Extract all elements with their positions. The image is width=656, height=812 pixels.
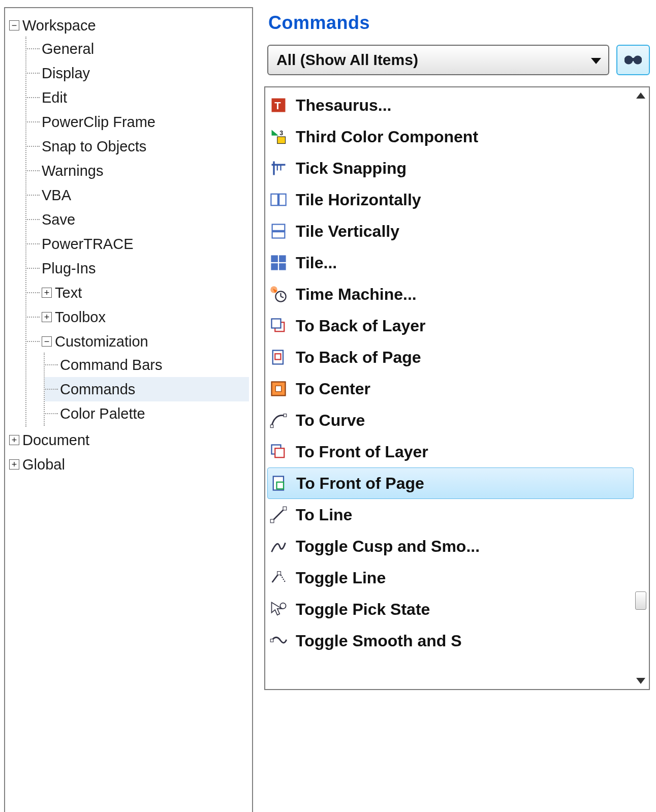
command-label: Tile Horizontally — [296, 191, 421, 209]
svg-text:3: 3 — [279, 130, 283, 137]
tree-node-vba[interactable]: VBA — [26, 183, 249, 207]
tree-node-command-bars[interactable]: Command Bars — [45, 353, 249, 377]
command-label: Toggle Line — [296, 569, 386, 587]
scrollbar[interactable] — [634, 88, 648, 688]
tree-node-commands[interactable]: Commands — [45, 377, 249, 401]
command-label: Toggle Smooth and S — [296, 632, 462, 650]
svg-line-37 — [281, 575, 286, 582]
tick-snap-icon — [269, 159, 288, 177]
tree-node-customization[interactable]: Customization Command Bars Commands Colo… — [26, 329, 249, 427]
svg-rect-31 — [277, 482, 284, 489]
command-item[interactable]: To Back of Page — [265, 341, 649, 373]
tree-node-plugins[interactable]: Plug-Ins — [26, 256, 249, 280]
svg-rect-13 — [279, 255, 286, 262]
command-item[interactable]: Tile Vertically — [265, 215, 649, 247]
category-filter-dropdown[interactable]: All (Show All Items) — [267, 45, 609, 75]
tree-node-toolbox[interactable]: Toolbox — [26, 305, 249, 329]
command-item[interactable]: TThesaurus... — [265, 89, 649, 121]
expand-icon[interactable] — [9, 435, 19, 445]
toggle-cusp-icon — [269, 537, 288, 555]
svg-rect-34 — [283, 507, 287, 510]
tree-node-edit[interactable]: Edit — [26, 85, 249, 110]
collapse-icon[interactable] — [9, 20, 19, 30]
to-back-page-icon — [269, 348, 288, 366]
panel-title: Commands — [268, 12, 650, 34]
svg-rect-10 — [272, 225, 285, 231]
options-tree: Workspace General Display Edit PowerClip… — [4, 7, 253, 812]
tree-label: Workspace — [22, 17, 96, 34]
to-front-layer-icon — [269, 443, 288, 461]
tree-node-document[interactable]: Document — [8, 428, 249, 452]
commands-listbox[interactable]: TThesaurus...3Third Color ComponentTick … — [264, 86, 650, 690]
commands-panel: Commands All (Show All Items) TThesaurus… — [262, 7, 652, 812]
svg-text:T: T — [274, 100, 281, 111]
dropdown-value: All (Show All Items) — [276, 51, 418, 69]
command-label: To Front of Layer — [296, 443, 428, 461]
svg-rect-3 — [277, 137, 286, 144]
tree-node-save[interactable]: Save — [26, 207, 249, 232]
tree-node-workspace[interactable]: Workspace General Display Edit PowerClip… — [8, 13, 249, 428]
command-label: Toggle Cusp and Smo... — [296, 537, 480, 556]
command-item[interactable]: Time Machine... — [265, 278, 649, 310]
time-machine-icon — [269, 285, 288, 303]
command-item[interactable]: To Line — [265, 499, 649, 530]
command-item[interactable]: Tile... — [265, 247, 649, 278]
command-item[interactable]: Toggle Line — [265, 562, 649, 594]
command-label: To Center — [296, 380, 370, 398]
svg-rect-33 — [270, 519, 274, 523]
tree-node-powerclip[interactable]: PowerClip Frame — [26, 110, 249, 134]
tree-node-text[interactable]: Text — [26, 280, 249, 305]
to-back-layer-icon — [269, 317, 288, 335]
command-label: Time Machine... — [296, 285, 417, 304]
command-label: To Curve — [296, 411, 365, 430]
command-label: To Line — [296, 506, 352, 524]
binoculars-icon — [624, 54, 642, 66]
expand-icon[interactable] — [42, 288, 52, 298]
scroll-down-icon[interactable] — [636, 678, 645, 684]
svg-rect-39 — [270, 639, 273, 642]
to-line-icon — [269, 506, 288, 524]
to-curve-icon — [269, 411, 288, 429]
command-item[interactable]: To Curve — [265, 404, 649, 436]
svg-rect-25 — [275, 386, 281, 391]
svg-rect-36 — [277, 572, 281, 575]
svg-point-38 — [280, 603, 286, 609]
command-item[interactable]: 3Third Color Component — [265, 121, 649, 152]
tree-node-warnings[interactable]: Warnings — [26, 159, 249, 183]
scroll-up-icon[interactable] — [636, 92, 645, 99]
scroll-thumb[interactable] — [635, 591, 646, 610]
thesaurus-icon: T — [269, 96, 288, 114]
svg-rect-15 — [279, 263, 286, 270]
toggle-line-icon — [269, 569, 288, 587]
expand-icon[interactable] — [9, 459, 19, 470]
svg-rect-8 — [271, 194, 278, 206]
command-item[interactable]: Tile Horizontally — [265, 184, 649, 215]
to-front-page-icon — [270, 474, 288, 492]
tree-node-general[interactable]: General — [26, 37, 249, 61]
toggle-pick-icon — [269, 600, 288, 618]
svg-rect-27 — [284, 414, 287, 417]
command-item[interactable]: To Back of Layer — [265, 310, 649, 341]
search-button[interactable] — [616, 45, 650, 75]
to-center-icon — [269, 380, 288, 398]
svg-rect-29 — [275, 448, 284, 457]
command-item[interactable]: Toggle Cusp and Smo... — [265, 530, 649, 562]
command-label: To Back of Page — [296, 348, 421, 367]
command-item[interactable]: To Front of Page — [267, 467, 634, 499]
tree-node-color-palette[interactable]: Color Palette — [45, 401, 249, 426]
svg-point-19 — [270, 286, 277, 293]
command-label: Thesaurus... — [296, 96, 392, 115]
command-item[interactable]: To Center — [265, 373, 649, 404]
expand-icon[interactable] — [42, 312, 52, 322]
collapse-icon[interactable] — [42, 336, 52, 347]
svg-line-18 — [281, 297, 284, 298]
command-item[interactable]: To Front of Layer — [265, 436, 649, 467]
tree-node-display[interactable]: Display — [26, 61, 249, 85]
command-item[interactable]: Toggle Pick State — [265, 594, 649, 625]
tree-node-snap[interactable]: Snap to Objects — [26, 134, 249, 159]
command-item[interactable]: Tick Snapping — [265, 152, 649, 184]
tree-node-powertrace[interactable]: PowerTRACE — [26, 232, 249, 256]
tree-node-global[interactable]: Global — [8, 452, 249, 477]
command-item[interactable]: Toggle Smooth and S — [265, 625, 649, 657]
command-label: Toggle Pick State — [296, 600, 430, 619]
